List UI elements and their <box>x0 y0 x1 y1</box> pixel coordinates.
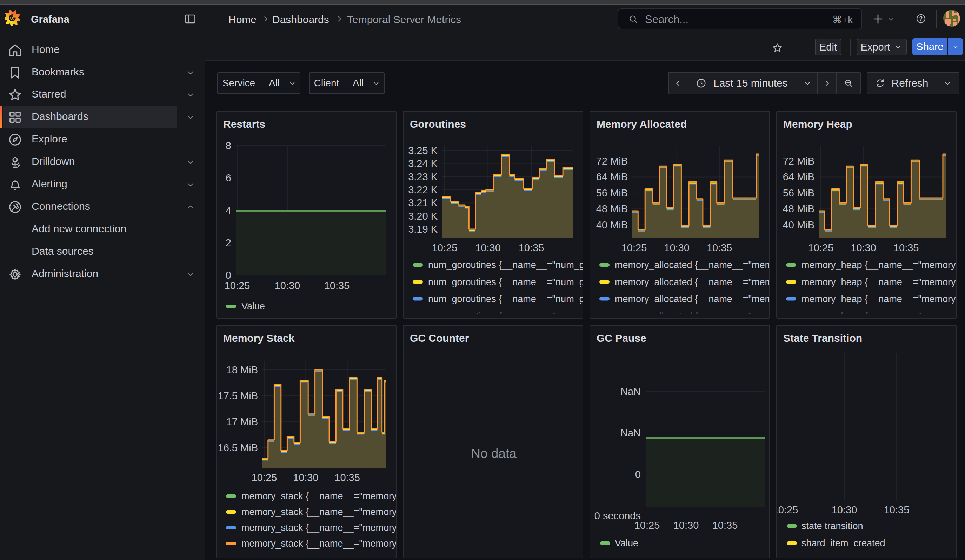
svg-text:memory_heap {__name__="memory_: memory_heap {__name__="memory_h <box>801 294 957 304</box>
svg-text:memory_stack {__name__="memory: memory_stack {__name__="memory_s <box>241 522 396 533</box>
svg-text:10:25: 10:25 <box>252 472 277 483</box>
svg-text:memory_allocated {__name__="me: memory_allocated {__name__="memo <box>615 277 770 287</box>
svg-text:num_goroutines {__name__="num_: num_goroutines {__name__="num_go <box>428 277 583 287</box>
svg-text:10:35: 10:35 <box>707 242 732 253</box>
svg-text:17 MiB: 17 MiB <box>226 416 258 427</box>
svg-text:0: 0 <box>635 469 641 480</box>
svg-text:10:30: 10:30 <box>832 504 857 516</box>
svg-text:shard_item_created: shard_item_created <box>801 538 885 549</box>
svg-text:NaN: NaN <box>620 386 641 397</box>
svg-text:No data: No data <box>471 446 517 461</box>
svg-text:72 MiB: 72 MiB <box>783 155 815 167</box>
svg-text:10:35: 10:35 <box>334 472 360 483</box>
svg-text:10:30: 10:30 <box>275 280 300 291</box>
svg-text:memory_heap {__name__="memory_: memory_heap {__name__="memory_h <box>801 277 957 287</box>
svg-text:2: 2 <box>226 237 231 248</box>
svg-text:48 MiB: 48 MiB <box>596 203 628 214</box>
svg-text:16.5 MiB: 16.5 MiB <box>218 442 258 453</box>
svg-text:num_goroutines {__name__="num_: num_goroutines {__name__="num_go <box>428 294 583 304</box>
svg-text:8: 8 <box>226 140 231 151</box>
svg-text:NaN: NaN <box>620 427 641 439</box>
svg-text:3.20 K: 3.20 K <box>408 211 438 222</box>
svg-text:72 MiB: 72 MiB <box>596 155 628 167</box>
svg-text:64 MiB: 64 MiB <box>596 171 628 183</box>
svg-text:10:25: 10:25 <box>224 280 250 291</box>
svg-text:State Transition: State Transition <box>783 332 862 344</box>
svg-text:state transition: state transition <box>801 521 863 531</box>
svg-text:4: 4 <box>226 205 231 216</box>
svg-text:3.21 K: 3.21 K <box>408 197 438 208</box>
svg-text:3.24 K: 3.24 K <box>408 158 438 169</box>
svg-text:GC Counter: GC Counter <box>410 332 469 344</box>
svg-text:10:25: 10:25 <box>432 242 458 253</box>
svg-text:Value: Value <box>241 301 265 312</box>
svg-text:Value: Value <box>615 538 638 549</box>
svg-text:10:35: 10:35 <box>518 242 544 253</box>
svg-text:10:25: 10:25 <box>777 504 798 516</box>
svg-text:memory_stack {__name__="memory: memory_stack {__name__="memory_s <box>241 538 396 549</box>
svg-text:10:30: 10:30 <box>475 242 501 253</box>
svg-text:10:30: 10:30 <box>674 520 699 531</box>
svg-text:10:35: 10:35 <box>712 520 738 531</box>
svg-text:56 MiB: 56 MiB <box>596 188 628 199</box>
svg-text:56 MiB: 56 MiB <box>783 188 815 199</box>
svg-text:10:30: 10:30 <box>664 242 690 253</box>
svg-text:10:30: 10:30 <box>293 472 319 483</box>
svg-text:0 seconds: 0 seconds <box>594 510 641 521</box>
svg-text:0: 0 <box>226 269 231 281</box>
svg-text:64 MiB: 64 MiB <box>783 171 815 183</box>
svg-text:3.22 K: 3.22 K <box>408 184 438 196</box>
svg-text:memory_heap {__name__="memory_: memory_heap {__name__="memory_h <box>801 260 957 270</box>
svg-text:GC Pause: GC Pause <box>597 332 646 344</box>
svg-text:10:30: 10:30 <box>851 242 876 253</box>
svg-text:num_goroutines {__name__="num_: num_goroutines {__name__="num_go <box>428 260 583 270</box>
svg-text:3.23 K: 3.23 K <box>408 171 438 183</box>
svg-text:10:25: 10:25 <box>808 242 834 253</box>
svg-text:3.25 K: 3.25 K <box>408 145 438 156</box>
svg-text:3.19 K: 3.19 K <box>408 224 438 235</box>
svg-text:Restarts: Restarts <box>223 118 265 130</box>
svg-text:memory_allocated {__name__="me: memory_allocated {__name__="memo <box>615 260 770 270</box>
svg-text:memory_allocated {__name__="me: memory_allocated {__name__="memo <box>615 294 770 304</box>
svg-text:40 MiB: 40 MiB <box>783 219 815 230</box>
svg-text:40 MiB: 40 MiB <box>596 219 628 230</box>
svg-text:Memory Allocated: Memory Allocated <box>597 118 687 130</box>
svg-text:10:25: 10:25 <box>635 520 660 531</box>
svg-text:10:25: 10:25 <box>622 242 647 253</box>
svg-text:10:35: 10:35 <box>324 280 350 291</box>
svg-text:17.5 MiB: 17.5 MiB <box>218 390 258 402</box>
svg-text:6: 6 <box>226 172 231 183</box>
svg-text:18 MiB: 18 MiB <box>226 364 258 376</box>
svg-text:Memory Heap: Memory Heap <box>783 118 852 130</box>
svg-text:memory_stack {__name__="memory: memory_stack {__name__="memory_s <box>241 491 396 501</box>
svg-text:48 MiB: 48 MiB <box>783 203 815 214</box>
svg-text:Memory Stack: Memory Stack <box>223 332 295 344</box>
svg-text:Goroutines: Goroutines <box>410 118 466 130</box>
svg-text:memory_stack {__name__="memory: memory_stack {__name__="memory_s <box>241 507 396 517</box>
svg-text:10:35: 10:35 <box>884 504 909 516</box>
svg-text:10:35: 10:35 <box>893 242 919 253</box>
